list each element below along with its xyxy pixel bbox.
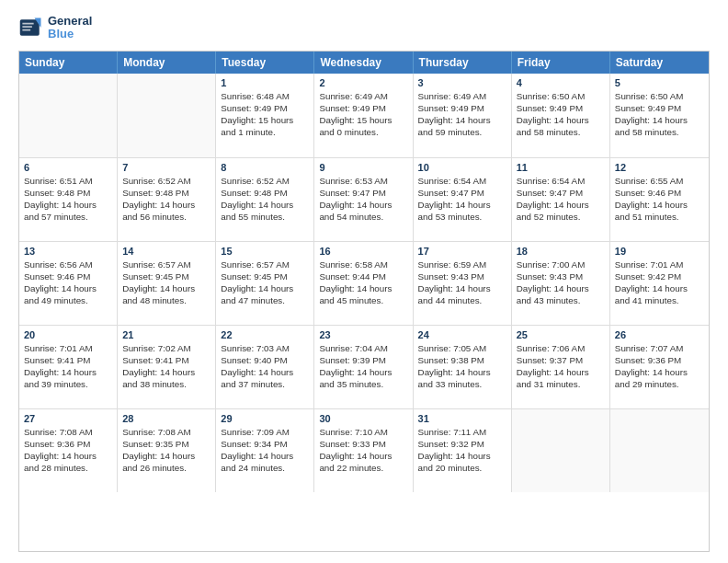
calendar-cell: 4Sunrise: 6:50 AMSunset: 9:49 PMDaylight… (512, 74, 610, 157)
day-info: Sunrise: 6:59 AMSunset: 9:43 PMDaylight:… (418, 259, 506, 307)
svg-rect-2 (22, 23, 33, 25)
day-info: Sunrise: 6:58 AMSunset: 9:44 PMDaylight:… (319, 259, 407, 307)
calendar-cell: 12Sunrise: 6:55 AMSunset: 9:46 PMDayligh… (610, 158, 709, 241)
day-number: 4 (517, 77, 605, 88)
day-number: 3 (418, 77, 506, 88)
day-info: Sunrise: 6:57 AMSunset: 9:45 PMDaylight:… (122, 259, 210, 307)
day-number: 2 (319, 77, 407, 88)
calendar-cell: 28Sunrise: 7:08 AMSunset: 9:35 PMDayligh… (118, 409, 216, 492)
calendar-body: 1Sunrise: 6:48 AMSunset: 9:49 PMDaylight… (19, 74, 709, 492)
day-number: 15 (221, 246, 309, 257)
day-info: Sunrise: 6:50 AMSunset: 9:49 PMDaylight:… (517, 90, 605, 139)
day-info: Sunrise: 6:52 AMSunset: 9:48 PMDaylight:… (122, 175, 210, 224)
weekday-header: Monday (118, 52, 216, 74)
day-number: 21 (122, 329, 210, 340)
calendar-cell: 23Sunrise: 7:04 AMSunset: 9:39 PMDayligh… (314, 326, 413, 408)
day-number: 6 (24, 162, 112, 173)
calendar-cell: 27Sunrise: 7:08 AMSunset: 9:36 PMDayligh… (19, 409, 118, 492)
day-info: Sunrise: 7:11 AMSunset: 9:32 PMDaylight:… (418, 426, 506, 475)
day-info: Sunrise: 7:09 AMSunset: 9:34 PMDaylight:… (221, 426, 309, 475)
calendar-cell: 3Sunrise: 6:49 AMSunset: 9:49 PMDaylight… (414, 74, 512, 157)
logo-icon (18, 15, 44, 40)
day-number: 13 (24, 246, 112, 257)
day-number: 7 (122, 162, 210, 173)
calendar-cell: 20Sunrise: 7:01 AMSunset: 9:41 PMDayligh… (19, 326, 118, 408)
day-number: 30 (319, 413, 407, 424)
calendar-cell: 1Sunrise: 6:48 AMSunset: 9:49 PMDaylight… (216, 74, 314, 157)
calendar-cell: 22Sunrise: 7:03 AMSunset: 9:40 PMDayligh… (216, 326, 314, 408)
calendar-cell: 10Sunrise: 6:54 AMSunset: 9:47 PMDayligh… (414, 158, 512, 241)
page: General Blue SundayMondayTuesdayWednesda… (0, 0, 728, 563)
day-number: 26 (615, 329, 704, 340)
calendar-cell (512, 409, 610, 492)
calendar-week: 27Sunrise: 7:08 AMSunset: 9:36 PMDayligh… (19, 408, 709, 492)
weekday-header: Sunday (19, 52, 118, 74)
day-number: 31 (418, 413, 506, 424)
day-number: 11 (517, 162, 605, 173)
day-info: Sunrise: 7:03 AMSunset: 9:40 PMDaylight:… (221, 342, 309, 391)
day-info: Sunrise: 7:06 AMSunset: 9:37 PMDaylight:… (517, 342, 605, 391)
day-number: 29 (221, 413, 309, 424)
calendar-week: 1Sunrise: 6:48 AMSunset: 9:49 PMDaylight… (19, 74, 709, 157)
calendar-cell: 17Sunrise: 6:59 AMSunset: 9:43 PMDayligh… (414, 242, 512, 325)
day-number: 12 (615, 162, 704, 173)
day-info: Sunrise: 6:50 AMSunset: 9:49 PMDaylight:… (615, 90, 704, 139)
calendar-cell: 5Sunrise: 6:50 AMSunset: 9:49 PMDaylight… (610, 74, 709, 157)
svg-rect-3 (22, 27, 32, 29)
header: General Blue (18, 15, 710, 41)
calendar-cell: 8Sunrise: 6:52 AMSunset: 9:48 PMDaylight… (216, 158, 314, 241)
day-info: Sunrise: 6:54 AMSunset: 9:47 PMDaylight:… (418, 175, 506, 224)
day-number: 20 (24, 329, 112, 340)
calendar-cell: 21Sunrise: 7:02 AMSunset: 9:41 PMDayligh… (118, 326, 216, 408)
calendar-cell: 13Sunrise: 6:56 AMSunset: 9:46 PMDayligh… (19, 242, 118, 325)
day-number: 18 (517, 246, 605, 257)
day-info: Sunrise: 6:55 AMSunset: 9:46 PMDaylight:… (615, 175, 704, 224)
day-number: 1 (221, 77, 309, 88)
calendar-cell: 25Sunrise: 7:06 AMSunset: 9:37 PMDayligh… (512, 326, 610, 408)
calendar-cell: 29Sunrise: 7:09 AMSunset: 9:34 PMDayligh… (216, 409, 314, 492)
day-number: 25 (517, 329, 605, 340)
day-number: 23 (319, 329, 407, 340)
calendar-cell: 9Sunrise: 6:53 AMSunset: 9:47 PMDaylight… (314, 158, 413, 241)
day-info: Sunrise: 7:05 AMSunset: 9:38 PMDaylight:… (418, 342, 506, 391)
calendar-cell: 16Sunrise: 6:58 AMSunset: 9:44 PMDayligh… (314, 242, 413, 325)
calendar-week: 20Sunrise: 7:01 AMSunset: 9:41 PMDayligh… (19, 325, 709, 408)
calendar-cell: 18Sunrise: 7:00 AMSunset: 9:43 PMDayligh… (512, 242, 610, 325)
calendar-cell: 24Sunrise: 7:05 AMSunset: 9:38 PMDayligh… (414, 326, 512, 408)
day-info: Sunrise: 7:08 AMSunset: 9:36 PMDaylight:… (24, 426, 112, 475)
day-info: Sunrise: 7:02 AMSunset: 9:41 PMDaylight:… (122, 342, 210, 391)
calendar-cell: 7Sunrise: 6:52 AMSunset: 9:48 PMDaylight… (118, 158, 216, 241)
logo-text: General Blue (48, 15, 92, 41)
day-number: 24 (418, 329, 506, 340)
day-number: 27 (24, 413, 112, 424)
calendar-cell (19, 74, 118, 157)
day-info: Sunrise: 7:00 AMSunset: 9:43 PMDaylight:… (517, 259, 605, 307)
day-number: 16 (319, 246, 407, 257)
day-info: Sunrise: 6:49 AMSunset: 9:49 PMDaylight:… (418, 90, 506, 139)
day-number: 9 (319, 162, 407, 173)
day-info: Sunrise: 6:53 AMSunset: 9:47 PMDaylight:… (319, 175, 407, 224)
day-info: Sunrise: 6:56 AMSunset: 9:46 PMDaylight:… (24, 259, 112, 307)
day-info: Sunrise: 6:57 AMSunset: 9:45 PMDaylight:… (221, 259, 309, 307)
day-number: 14 (122, 246, 210, 257)
weekday-header: Saturday (610, 52, 709, 74)
day-info: Sunrise: 7:07 AMSunset: 9:36 PMDaylight:… (615, 342, 704, 391)
day-info: Sunrise: 6:51 AMSunset: 9:48 PMDaylight:… (24, 175, 112, 224)
calendar-header: SundayMondayTuesdayWednesdayThursdayFrid… (19, 52, 709, 74)
weekday-header: Thursday (414, 52, 512, 74)
day-info: Sunrise: 6:49 AMSunset: 9:49 PMDaylight:… (319, 90, 407, 139)
day-info: Sunrise: 7:01 AMSunset: 9:41 PMDaylight:… (24, 342, 112, 391)
day-info: Sunrise: 6:48 AMSunset: 9:49 PMDaylight:… (221, 90, 309, 139)
day-number: 5 (615, 77, 704, 88)
weekday-header: Wednesday (314, 52, 413, 74)
day-number: 19 (615, 246, 704, 257)
calendar-cell: 6Sunrise: 6:51 AMSunset: 9:48 PMDaylight… (19, 158, 118, 241)
calendar-cell (118, 74, 216, 157)
calendar: SundayMondayTuesdayWednesdayThursdayFrid… (18, 51, 710, 552)
day-info: Sunrise: 7:01 AMSunset: 9:42 PMDaylight:… (615, 259, 704, 307)
calendar-cell: 15Sunrise: 6:57 AMSunset: 9:45 PMDayligh… (216, 242, 314, 325)
calendar-cell: 14Sunrise: 6:57 AMSunset: 9:45 PMDayligh… (118, 242, 216, 325)
calendar-cell (610, 409, 709, 492)
calendar-cell: 26Sunrise: 7:07 AMSunset: 9:36 PMDayligh… (610, 326, 709, 408)
weekday-header: Friday (512, 52, 610, 74)
